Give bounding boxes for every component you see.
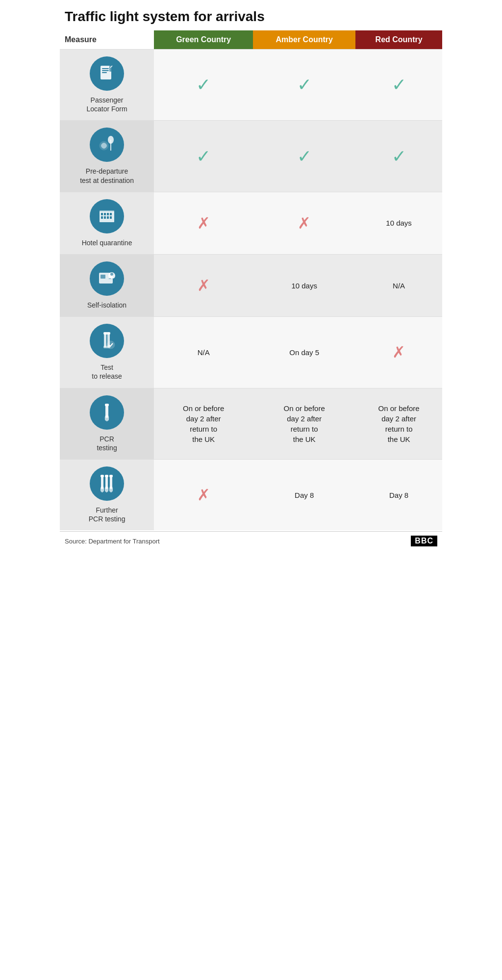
green-cell-pcr-testing: On or beforeday 2 afterreturn tothe UK bbox=[154, 388, 253, 459]
icon-circle-further-pcr bbox=[90, 466, 124, 501]
measure-label-pre-departure: Pre-departuretest at destination bbox=[80, 167, 134, 184]
source-text: Source: Department for Transport bbox=[65, 538, 160, 545]
svg-rect-12 bbox=[107, 213, 109, 215]
icon-circle-pcr-testing bbox=[90, 395, 124, 430]
measure-label-self-isolation: Self-isolation bbox=[87, 301, 126, 309]
page-title: Traffic light system for arrivals bbox=[60, 0, 442, 30]
bbc-logo: BBC bbox=[411, 536, 437, 546]
cell-value: Day 8 bbox=[295, 491, 314, 499]
red-cell-passenger-locator: ✓ bbox=[355, 50, 442, 121]
cross-icon: ✗ bbox=[392, 343, 405, 361]
check-icon: ✓ bbox=[392, 75, 406, 95]
icon-circle-pre-departure bbox=[90, 128, 124, 162]
icon-circle-hotel-quarantine bbox=[90, 199, 124, 233]
measure-icon-pre-departure: Pre-departuretest at destination bbox=[63, 128, 151, 184]
measure-cell-pcr-testing: PCRtesting bbox=[60, 388, 154, 459]
svg-rect-18 bbox=[100, 210, 114, 212]
measure-label-pcr-testing: PCRtesting bbox=[97, 435, 117, 452]
table-row: Testto release N/A On day 5 ✗ bbox=[60, 317, 442, 388]
svg-rect-34 bbox=[105, 475, 108, 477]
measure-icon-pcr-testing: PCRtesting bbox=[63, 395, 151, 452]
table-row: PCRtesting On or beforeday 2 afterreturn… bbox=[60, 388, 442, 459]
measure-label-test-to-release: Testto release bbox=[92, 363, 122, 381]
check-icon: ✓ bbox=[392, 146, 406, 166]
icon-circle-passenger-locator bbox=[90, 56, 124, 91]
check-icon: ✓ bbox=[297, 75, 312, 95]
svg-rect-33 bbox=[100, 475, 104, 477]
amber-cell-further-pcr: Day 8 bbox=[253, 459, 355, 530]
measure-cell-test-to-release: Testto release bbox=[60, 317, 154, 388]
measure-icon-passenger-locator: PassengerLocator Form bbox=[63, 56, 151, 113]
cross-icon: ✗ bbox=[298, 214, 311, 232]
measure-label-hotel-quarantine: Hotel quarantine bbox=[82, 238, 132, 247]
amber-cell-self-isolation: 10 days bbox=[253, 254, 355, 316]
main-container: Traffic light system for arrivals Measur… bbox=[60, 0, 442, 550]
red-header: Red Country bbox=[355, 30, 442, 50]
svg-rect-25 bbox=[103, 332, 110, 335]
footer: Source: Department for Transport BBC bbox=[60, 531, 442, 550]
icon-circle-self-isolation bbox=[90, 261, 124, 296]
cell-value: On or beforeday 2 afterreturn tothe UK bbox=[284, 404, 325, 443]
amber-cell-passenger-locator: ✓ bbox=[253, 50, 355, 121]
cell-value: N/A bbox=[198, 348, 210, 357]
svg-rect-13 bbox=[110, 213, 112, 215]
cell-value: 10 days bbox=[386, 219, 412, 227]
measure-icon-further-pcr: FurtherPCR testing bbox=[63, 466, 151, 523]
red-cell-hotel-quarantine: 10 days bbox=[355, 192, 442, 254]
svg-point-27 bbox=[107, 341, 115, 349]
red-cell-self-isolation: N/A bbox=[355, 254, 442, 316]
green-cell-pre-departure: ✓ bbox=[154, 121, 253, 192]
measure-cell-passenger-locator: PassengerLocator Form bbox=[60, 50, 154, 121]
red-cell-further-pcr: Day 8 bbox=[355, 459, 442, 530]
cross-icon: ✗ bbox=[197, 277, 210, 294]
green-cell-further-pcr: ✗ bbox=[154, 459, 253, 530]
svg-point-22 bbox=[110, 273, 113, 276]
table-row: Pre-departuretest at destination ✓ ✓ ✓ bbox=[60, 121, 442, 192]
svg-rect-16 bbox=[107, 216, 109, 219]
table-row: Self-isolation ✗ 10 days N/A bbox=[60, 254, 442, 316]
cell-value: On day 5 bbox=[289, 348, 319, 357]
measure-cell-further-pcr: FurtherPCR testing bbox=[60, 459, 154, 530]
amber-cell-hotel-quarantine: ✗ bbox=[253, 192, 355, 254]
measure-icon-hotel-quarantine: Hotel quarantine bbox=[63, 199, 151, 247]
measure-label-passenger-locator: PassengerLocator Form bbox=[86, 96, 127, 113]
table-row: Hotel quarantine ✗ ✗ 10 days bbox=[60, 192, 442, 254]
table-row: FurtherPCR testing ✗ Day 8 Day 8 bbox=[60, 459, 442, 530]
svg-rect-35 bbox=[109, 475, 113, 477]
red-cell-test-to-release: ✗ bbox=[355, 317, 442, 388]
svg-rect-3 bbox=[102, 72, 107, 73]
amber-cell-pre-departure: ✓ bbox=[253, 121, 355, 192]
amber-cell-test-to-release: On day 5 bbox=[253, 317, 355, 388]
amber-header: Amber Country bbox=[253, 30, 355, 50]
check-icon: ✓ bbox=[297, 146, 312, 166]
svg-rect-23 bbox=[104, 333, 106, 347]
svg-rect-20 bbox=[100, 275, 105, 279]
table-row: PassengerLocator Form ✓ ✓ ✓ bbox=[60, 50, 442, 121]
check-icon: ✓ bbox=[196, 75, 211, 95]
green-cell-hotel-quarantine: ✗ bbox=[154, 192, 253, 254]
red-cell-pcr-testing: On or beforeday 2 afterreturn tothe UK bbox=[355, 388, 442, 459]
cell-value: On or beforeday 2 afterreturn tothe UK bbox=[183, 404, 224, 443]
green-header: Green Country bbox=[154, 30, 253, 50]
svg-rect-1 bbox=[102, 68, 109, 69]
svg-rect-7 bbox=[110, 140, 111, 151]
svg-rect-14 bbox=[101, 216, 103, 219]
measure-label-further-pcr: FurtherPCR testing bbox=[89, 506, 126, 523]
green-cell-self-isolation: ✗ bbox=[154, 254, 253, 316]
measure-cell-hotel-quarantine: Hotel quarantine bbox=[60, 192, 154, 254]
svg-rect-11 bbox=[104, 213, 106, 215]
measure-cell-pre-departure: Pre-departuretest at destination bbox=[60, 121, 154, 192]
green-cell-test-to-release: N/A bbox=[154, 317, 253, 388]
cell-value: Day 8 bbox=[389, 491, 408, 499]
svg-rect-10 bbox=[101, 213, 103, 215]
cross-icon: ✗ bbox=[197, 486, 210, 504]
green-cell-passenger-locator: ✓ bbox=[154, 50, 253, 121]
svg-rect-2 bbox=[102, 70, 109, 71]
icon-circle-test-to-release bbox=[90, 324, 124, 358]
svg-rect-17 bbox=[110, 216, 112, 219]
cell-value: 10 days bbox=[291, 282, 317, 290]
amber-cell-pcr-testing: On or beforeday 2 afterreturn tothe UK bbox=[253, 388, 355, 459]
cross-icon: ✗ bbox=[197, 214, 210, 232]
red-cell-pre-departure: ✓ bbox=[355, 121, 442, 192]
measure-header: Measure bbox=[60, 30, 154, 50]
